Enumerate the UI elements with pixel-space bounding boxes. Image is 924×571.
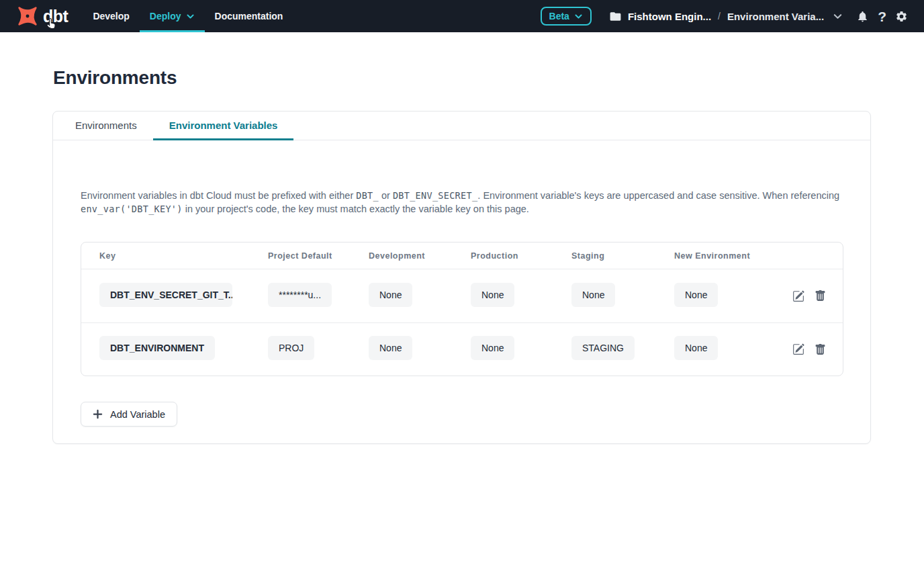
trash-icon [815, 290, 826, 302]
page-title: Environments [53, 67, 924, 89]
tab-environments[interactable]: Environments [59, 112, 153, 140]
nav-item-label: Develop [93, 11, 129, 21]
bell-icon [856, 10, 869, 23]
delete-variable-button[interactable] [815, 344, 826, 355]
navbar-right: Beta Fishtown Engin... / Environment Var… [541, 0, 908, 32]
description-code: env_var('DBT_KEY') [81, 204, 183, 214]
table-row: DBT_ENV_SECRET_GIT_T... ********u... Non… [81, 269, 843, 322]
column-header-development: Development [369, 251, 471, 261]
gear-icon [895, 10, 908, 23]
column-header-production: Production [471, 251, 571, 261]
tab-panel-environment-variables: Environment variables in dbt Cloud must … [53, 140, 870, 443]
development-value: None [369, 336, 412, 360]
breadcrumb-page: Environment Varia... [727, 11, 824, 22]
settings-button[interactable] [895, 10, 908, 23]
tab-label: Environment Variables [169, 120, 278, 131]
description-text: in your project's code, the key must mat… [183, 204, 529, 214]
edit-variable-button[interactable] [792, 290, 804, 302]
breadcrumb-separator: / [718, 11, 721, 21]
new-environment-value: None [674, 336, 718, 360]
nav-item-label: Documentation [215, 11, 283, 21]
add-variable-label: Add Variable [110, 409, 165, 420]
production-value: None [471, 336, 514, 360]
development-value: None [369, 283, 412, 307]
top-navbar: dbt Develop Deploy Documentation Beta Fi… [0, 0, 924, 32]
production-value: None [471, 283, 514, 307]
folder-icon [609, 10, 622, 23]
chevron-down-icon [574, 12, 583, 21]
table-header-row: Key Project Default Development Producti… [81, 243, 843, 269]
staging-value: None [571, 283, 615, 307]
main-content: Environments Environments Environment Va… [0, 67, 924, 444]
column-header-staging: Staging [571, 251, 674, 261]
nav-item-develop[interactable]: Develop [83, 0, 139, 32]
plus-icon [93, 409, 103, 419]
env-var-description: Environment variables in dbt Cloud must … [81, 189, 843, 216]
nav-item-deploy[interactable]: Deploy [140, 0, 205, 32]
description-text: or [379, 190, 393, 201]
column-header-new-environment: New Environment [674, 251, 782, 261]
tab-environment-variables[interactable]: Environment Variables [153, 112, 294, 140]
primary-nav: Develop Deploy Documentation [83, 0, 293, 32]
project-default-value: PROJ [268, 336, 314, 360]
edit-icon [792, 343, 804, 355]
navbar-icon-group: ? [856, 9, 908, 24]
logo-wordmark: dbt [43, 7, 68, 26]
chevron-down-icon [833, 11, 843, 21]
dbt-logo[interactable]: dbt [15, 0, 68, 32]
dbt-logo-icon [15, 3, 40, 29]
column-header-project-default: Project Default [268, 251, 369, 261]
description-code: DBT_ [356, 190, 379, 201]
delete-variable-button[interactable] [815, 290, 826, 302]
staging-value: STAGING [571, 336, 635, 360]
chevron-down-icon [186, 12, 195, 21]
beta-label: Beta [549, 11, 569, 21]
add-variable-button[interactable]: Add Variable [81, 402, 177, 427]
environments-card: Environments Environment Variables Envir… [52, 111, 871, 444]
tab-label: Environments [75, 120, 137, 131]
help-button[interactable]: ? [878, 9, 886, 24]
table-row: DBT_ENVIRONMENT PROJ None None STAGING N… [81, 322, 843, 376]
edit-variable-button[interactable] [792, 343, 804, 355]
edit-icon [792, 290, 804, 302]
env-var-key-value: DBT_ENV_SECRET_GIT_T... [99, 283, 232, 307]
trash-icon [815, 344, 826, 355]
project-default-value: ********u... [268, 283, 332, 307]
description-text: . Environment variable's keys are upperc… [477, 190, 839, 201]
notifications-button[interactable] [856, 10, 869, 23]
env-var-key-value: DBT_ENVIRONMENT [99, 336, 215, 360]
nav-item-label: Deploy [150, 11, 181, 21]
environment-variables-table: Key Project Default Development Producti… [81, 242, 843, 376]
help-question-icon: ? [878, 9, 886, 24]
description-code: DBT_ENV_SECRET_ [393, 190, 477, 201]
description-text: Environment variables in dbt Cloud must … [81, 190, 356, 201]
breadcrumb[interactable]: Fishtown Engin... / Environment Varia... [609, 10, 843, 23]
column-header-key: Key [81, 251, 268, 261]
nav-item-documentation[interactable]: Documentation [205, 0, 293, 32]
breadcrumb-account: Fishtown Engin... [628, 11, 711, 22]
beta-dropdown-button[interactable]: Beta [541, 7, 592, 26]
tab-bar: Environments Environment Variables [53, 112, 870, 140]
dbt-cloud-app: dbt Develop Deploy Documentation Beta Fi… [0, 0, 924, 571]
new-environment-value: None [674, 283, 718, 307]
